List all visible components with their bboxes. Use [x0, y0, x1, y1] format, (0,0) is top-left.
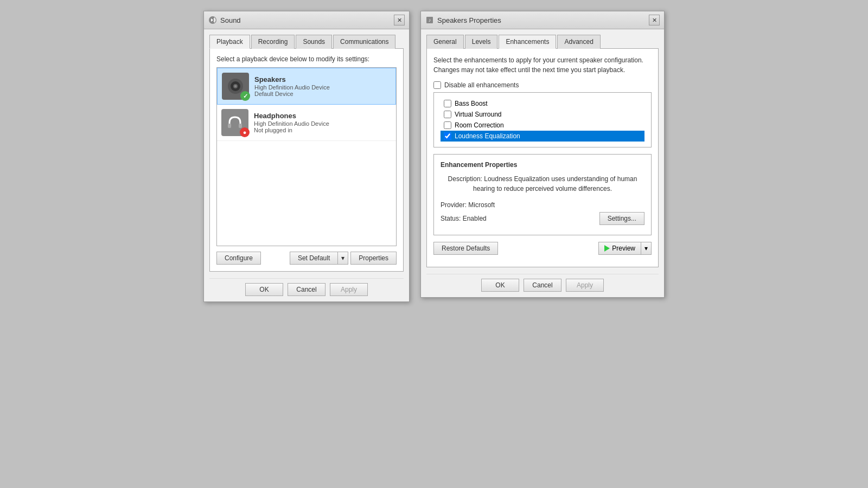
prop-provider-row: Provider: Microsoft	[441, 201, 644, 209]
headphones-info: Headphones High Definition Audio Device …	[254, 112, 392, 133]
enhancements-list: Bass Boost Virtual Surround Room Correct…	[433, 92, 652, 147]
headphones-status-badge: ●	[240, 127, 250, 137]
enhancement-room-correction[interactable]: Room Correction	[441, 120, 644, 131]
headphones-icon-wrap: ●	[221, 109, 248, 136]
settings-button[interactable]: Settings...	[599, 212, 644, 225]
bass-boost-label: Bass Boost	[455, 100, 488, 107]
properties-button[interactable]: Properties	[350, 252, 397, 265]
sound-window-icon	[208, 16, 217, 24]
virtual-surround-label: Virtual Surround	[455, 111, 502, 118]
speakers-titlebar: ♪ Speakers Properties ✕	[421, 11, 664, 29]
disable-all-text: Disable all enhancements	[444, 81, 519, 89]
prop-status-row: Status: Enabled Settings...	[441, 212, 644, 225]
speakers-name: Speakers	[254, 75, 391, 84]
sound-window-title: Sound	[220, 16, 241, 24]
sound-dialog-buttons: OK Cancel Apply	[209, 278, 404, 296]
headphones-status: Not plugged in	[254, 127, 392, 133]
disable-all-label[interactable]: Disable all enhancements	[433, 81, 652, 89]
device-list-label: Select a playback device below to modify…	[216, 55, 397, 63]
set-default-arrow[interactable]: ▾	[337, 252, 348, 265]
sound-tab-bar: Playback Recording Sounds Communications	[209, 35, 404, 49]
bass-boost-checkbox[interactable]	[444, 100, 451, 107]
speakers-close-button[interactable]: ✕	[649, 15, 660, 25]
svg-text:♪: ♪	[429, 17, 431, 23]
headphones-name: Headphones	[254, 112, 392, 120]
properties-title: Enhancement Properties	[441, 161, 644, 169]
tab-sounds[interactable]: Sounds	[296, 35, 332, 49]
restore-defaults-button[interactable]: Restore Defaults	[433, 242, 498, 255]
speakers-content: General Levels Enhancements Advanced Sel…	[421, 29, 664, 297]
sound-close-button[interactable]: ✕	[394, 15, 405, 25]
playback-tab-content: Select a playback device below to modify…	[209, 48, 404, 272]
speakers-info: Speakers High Definition Audio Device De…	[254, 75, 391, 97]
enhancement-properties-box: Enhancement Properties Description: Loud…	[433, 154, 652, 235]
device-list[interactable]: ✓ Speakers High Definition Audio Device …	[216, 67, 397, 246]
speakers-properties-window: ♪ Speakers Properties ✕ General Levels E…	[420, 11, 665, 298]
loudness-eq-checkbox[interactable]	[444, 132, 451, 140]
enhancement-virtual-surround[interactable]: Virtual Surround	[441, 109, 644, 120]
svg-rect-7	[239, 124, 242, 128]
sound-ok-button[interactable]: OK	[245, 283, 283, 296]
device-item-headphones[interactable]: ● Headphones High Definition Audio Devic…	[217, 105, 396, 141]
svg-point-5	[234, 85, 237, 87]
speakers-ok-button[interactable]: OK	[481, 279, 519, 292]
disable-all-checkbox[interactable]	[433, 81, 441, 89]
speakers-dialog-buttons: OK Cancel Apply	[426, 274, 659, 292]
enhancement-loudness-eq[interactable]: Loudness Equalization	[441, 131, 644, 142]
preview-arrow-button[interactable]: ▾	[641, 242, 652, 255]
speakers-status-badge: ✓	[240, 91, 250, 101]
virtual-surround-checkbox[interactable]	[444, 111, 451, 118]
tab-recording[interactable]: Recording	[251, 35, 295, 49]
prop-provider: Provider: Microsoft	[441, 201, 495, 209]
room-correction-checkbox[interactable]	[444, 121, 451, 129]
set-default-button[interactable]: Set Default	[290, 252, 337, 265]
speakers-desc: High Definition Audio Device	[254, 84, 391, 91]
play-icon	[604, 245, 610, 252]
tab-playback[interactable]: Playback	[209, 35, 250, 49]
prop-description: Description: Loudness Equalization uses …	[441, 174, 644, 194]
speakers-tab-bar: General Levels Enhancements Advanced	[426, 35, 659, 49]
preview-split-button: Preview ▾	[598, 242, 652, 255]
tab-advanced[interactable]: Advanced	[557, 35, 600, 49]
tab-general[interactable]: General	[426, 35, 464, 49]
speakers-apply-button[interactable]: Apply	[566, 279, 604, 292]
enhancements-tab-content: Select the enhancements to apply for you…	[426, 48, 659, 267]
speakers-icon-wrap: ✓	[222, 73, 249, 100]
preview-button[interactable]: Preview	[598, 242, 641, 255]
room-correction-label: Room Correction	[455, 121, 504, 129]
speakers-status: Default Device	[254, 91, 391, 97]
svg-rect-6	[228, 124, 231, 128]
device-item-speakers[interactable]: ✓ Speakers High Definition Audio Device …	[217, 68, 396, 105]
sound-apply-button[interactable]: Apply	[330, 283, 368, 296]
speakers-cancel-button[interactable]: Cancel	[524, 279, 561, 292]
loudness-eq-label: Loudness Equalization	[455, 132, 520, 140]
speakers-window-icon: ♪	[425, 16, 434, 24]
set-default-split: Set Default ▾	[290, 252, 348, 265]
sound-cancel-button[interactable]: Cancel	[288, 283, 326, 296]
speakers-bottom-buttons: Restore Defaults Preview ▾	[433, 242, 652, 255]
prop-status: Status: Enabled	[441, 215, 487, 222]
tab-communications[interactable]: Communications	[333, 35, 395, 49]
sound-content: Playback Recording Sounds Communications…	[204, 29, 409, 301]
enhancement-bass-boost[interactable]: Bass Boost	[441, 98, 644, 109]
tab-levels[interactable]: Levels	[465, 35, 498, 49]
sound-titlebar: Sound ✕	[204, 11, 409, 29]
speakers-window-title: Speakers Properties	[437, 16, 501, 24]
tab-enhancements[interactable]: Enhancements	[499, 35, 556, 49]
enhancement-description: Select the enhancements to apply for you…	[433, 55, 652, 75]
configure-button[interactable]: Configure	[216, 252, 261, 265]
sound-bottom-buttons: Configure Set Default ▾ Properties	[216, 252, 397, 265]
sound-window: Sound ✕ Playback Recording Sounds Commun…	[203, 11, 410, 302]
right-buttons: Set Default ▾ Properties	[290, 252, 397, 265]
preview-label: Preview	[612, 245, 635, 252]
headphones-desc: High Definition Audio Device	[254, 120, 392, 127]
